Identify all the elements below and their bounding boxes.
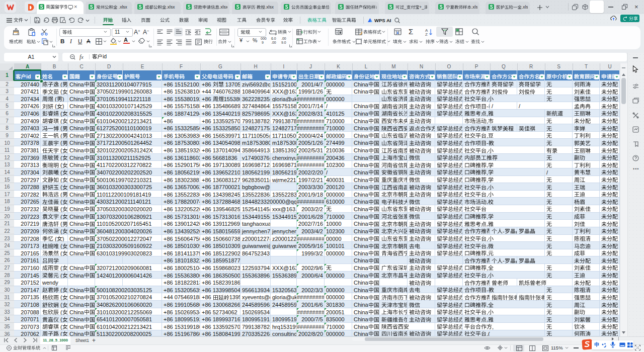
svg-text:Z: Z (425, 32, 428, 36)
